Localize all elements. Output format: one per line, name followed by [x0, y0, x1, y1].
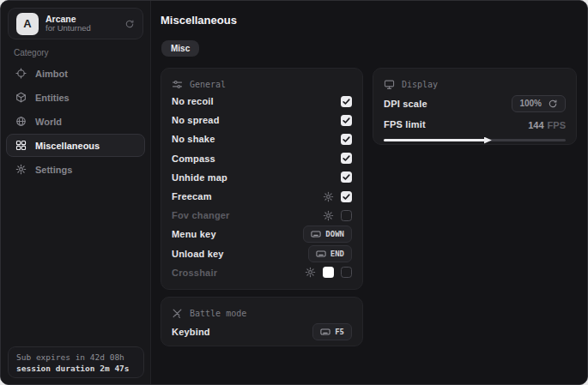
checkbox[interactable]: [341, 191, 352, 202]
row-controls: [323, 191, 352, 202]
category-label: Category: [14, 48, 49, 57]
fps-limit-label: FPS limit: [384, 119, 426, 129]
row-label: Menu key: [172, 229, 216, 239]
subscription-info: Sub expires in 42d 08h session duration …: [8, 346, 144, 378]
keyboard-icon: [320, 327, 330, 337]
sidebar-item-settings[interactable]: Settings: [6, 158, 145, 181]
checkbox[interactable]: [341, 134, 352, 145]
general-panel-title: General: [190, 80, 226, 89]
monitor-icon: [384, 79, 395, 90]
checkbox[interactable]: [341, 96, 352, 107]
main-content: Miscellaneous Misc General No recoilNo s…: [152, 1, 587, 384]
keybind-value: DOWN: [325, 230, 344, 238]
dpi-scale-value: 100%: [519, 99, 542, 108]
fps-limit-value-group: 144FPS: [528, 117, 566, 132]
fps-limit-slider[interactable]: [384, 135, 566, 144]
keybind-badge[interactable]: END: [308, 245, 352, 262]
checkbox[interactable]: [341, 267, 352, 278]
sliders-icon: [172, 79, 183, 90]
battle-rows: KeybindF5: [172, 321, 352, 343]
row-label: Unhide map: [172, 172, 227, 183]
sidebar-item-world[interactable]: World: [6, 110, 145, 133]
gear-icon: [15, 164, 27, 175]
slider-thumb[interactable]: [484, 137, 492, 144]
settings-row-no-spread: No spread: [172, 111, 352, 129]
row-controls: [323, 210, 352, 221]
sidebar-item-aimbot[interactable]: Aimbot: [6, 62, 145, 85]
row-label: No recoil: [172, 96, 214, 106]
reset-icon[interactable]: [548, 99, 558, 109]
gear-icon[interactable]: [323, 191, 334, 202]
row-label: Keybind: [172, 327, 210, 337]
keyboard-icon: [316, 249, 326, 259]
tab-bar: Misc: [161, 40, 199, 57]
gear-icon[interactable]: [305, 267, 316, 278]
crosshair-icon: [15, 68, 27, 79]
fps-limit-row: FPS limit 144FPS: [384, 115, 566, 134]
row-controls: [341, 153, 352, 164]
fps-limit-value: 144: [528, 120, 543, 130]
row-label: No shake: [172, 134, 215, 144]
sidebar-item-label: Entities: [35, 93, 70, 103]
checkbox[interactable]: [341, 115, 352, 126]
brand-logo: A: [16, 13, 39, 35]
row-label: Crosshair: [172, 268, 217, 278]
session-duration-text: session duration 2m 47s: [16, 364, 136, 373]
dpi-scale-row: DPI scale 100%: [384, 92, 566, 115]
settings-row-fov-changer: Fov changer: [172, 206, 352, 225]
row-controls: F5: [312, 323, 352, 340]
dpi-scale-label: DPI scale: [384, 99, 427, 109]
tab-misc[interactable]: Misc: [161, 40, 199, 57]
row-label: Unload key: [172, 249, 224, 259]
row-controls: [341, 115, 352, 126]
slider-fill: [384, 139, 488, 141]
general-panel: General No recoilNo spreadNo shakeCompas…: [161, 68, 363, 290]
keybind-badge[interactable]: F5: [312, 323, 352, 340]
general-rows: No recoilNo spreadNo shakeCompassUnhide …: [172, 92, 352, 282]
keybind-badge[interactable]: DOWN: [303, 226, 352, 243]
sidebar: A Arcane for Unturned Category AimbotEnt…: [1, 1, 151, 384]
sidebar-item-miscellaneous[interactable]: Miscellaneous: [6, 134, 145, 157]
sidebar-item-entities[interactable]: Entities: [6, 86, 145, 109]
settings-row-menu-key: Menu keyDOWN: [172, 225, 352, 244]
keyboard-icon: [311, 229, 321, 239]
brand-text: Arcane for Unturned: [45, 14, 91, 33]
settings-row-no-shake: No shake: [172, 129, 352, 148]
sidebar-nav: AimbotEntitiesWorldMiscellaneousSettings: [6, 62, 145, 182]
sidebar-item-label: Settings: [35, 165, 72, 175]
row-controls: [305, 267, 352, 278]
swords-icon: [172, 308, 183, 319]
row-label: No spread: [172, 115, 220, 125]
row-controls: DOWN: [303, 226, 352, 243]
page-title: Miscellaneous: [161, 14, 237, 27]
row-label: Freecam: [172, 191, 212, 202]
settings-row-unload-key: Unload keyEND: [172, 244, 352, 263]
row-controls: [341, 96, 352, 107]
settings-row-unhide-map: Unhide map: [172, 168, 352, 187]
row-controls: [341, 171, 352, 183]
row-label: Fov changer: [172, 210, 230, 220]
display-panel: Display DPI scale 100% FPS limit 144FPS: [373, 68, 577, 145]
row-controls: END: [308, 245, 352, 262]
general-panel-header: General: [172, 76, 352, 92]
color-swatch[interactable]: [323, 267, 334, 278]
gear-icon[interactable]: [323, 210, 334, 221]
brand-subtitle: for Unturned: [45, 24, 91, 33]
keybind-value: F5: [335, 328, 344, 336]
settings-row-compass: Compass: [172, 149, 352, 168]
settings-row-keybind: KeybindF5: [172, 321, 352, 343]
dpi-scale-control[interactable]: 100%: [512, 95, 566, 112]
checkbox[interactable]: [341, 210, 352, 221]
checkbox[interactable]: [341, 171, 352, 183]
settings-row-crosshair: Crosshair: [172, 263, 352, 282]
brand-card: A Arcane for Unturned: [8, 8, 143, 39]
fps-limit-unit: FPS: [548, 120, 566, 130]
refresh-icon[interactable]: [124, 19, 135, 29]
sidebar-item-label: Miscellaneous: [35, 141, 100, 151]
checkbox[interactable]: [341, 153, 352, 164]
cube-icon: [15, 92, 27, 103]
row-controls: [341, 134, 352, 145]
battle-panel-header: Battle mode: [172, 305, 352, 321]
row-label: Compass: [172, 153, 215, 164]
settings-row-freecam: Freecam: [172, 187, 352, 206]
